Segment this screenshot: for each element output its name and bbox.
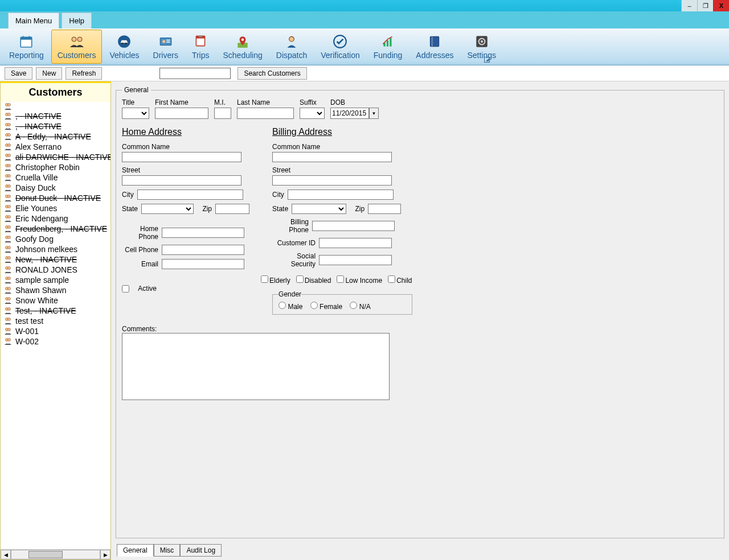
minimize-button[interactable]: – [681, 0, 697, 11]
dob-input[interactable] [330, 108, 369, 119]
customer-icon [4, 245, 12, 253]
list-item[interactable]: Goofy Dog [1, 234, 110, 244]
list-item[interactable]: sample sample [1, 275, 110, 285]
ssn-input[interactable] [319, 255, 392, 265]
lowincome-checkbox-label[interactable]: Low Income [337, 275, 382, 285]
tab-audit-log[interactable]: Audit Log [180, 544, 222, 557]
list-item[interactable]: Elie Younes [1, 203, 110, 213]
search-input[interactable] [159, 68, 231, 79]
list-item[interactable]: A - Eddy, - INACTIVE [1, 131, 110, 142]
billing-phone-input[interactable] [312, 221, 395, 231]
comments-textarea[interactable] [122, 333, 390, 400]
ribbon-drivers[interactable]: Drivers [147, 30, 185, 64]
male-radio-label[interactable]: Male [279, 303, 302, 311]
female-radio[interactable] [310, 302, 318, 309]
maximize-button[interactable]: ❐ [697, 0, 713, 11]
home-street-input[interactable] [122, 175, 241, 186]
people-icon [68, 34, 85, 50]
child-checkbox[interactable] [388, 275, 395, 283]
disabled-checkbox[interactable] [296, 275, 304, 283]
list-item[interactable]: Freudenberg, - INACTIVE [1, 224, 110, 234]
billing-state-select[interactable] [292, 204, 346, 214]
home-phone-input[interactable] [162, 228, 244, 238]
suffix-select[interactable] [300, 108, 325, 119]
na-radio-label[interactable]: N/A [350, 303, 370, 311]
general-fieldset: General Title First Name M.I. Last Name … [116, 86, 724, 538]
disabled-checkbox-label[interactable]: Disabled [296, 275, 331, 285]
dialog-launcher-icon[interactable]: ◢ [484, 57, 490, 63]
list-item[interactable]: RONALD JONES [1, 265, 110, 275]
billing-street-input[interactable] [272, 175, 392, 186]
scroll-left-icon[interactable]: ◀ [1, 550, 11, 559]
home-zip-input[interactable] [215, 204, 249, 214]
svg-rect-24 [432, 36, 433, 46]
scroll-thumb[interactable] [28, 551, 63, 558]
billing-zip-input[interactable] [368, 204, 401, 214]
list-item[interactable]: , - INACTIVE [1, 111, 110, 121]
tab-general[interactable]: General [117, 544, 154, 557]
list-item[interactable]: test test [1, 316, 110, 326]
save-button[interactable]: Save [5, 67, 32, 80]
title-select[interactable] [122, 108, 149, 119]
lowincome-checkbox[interactable] [337, 275, 344, 283]
svg-point-18 [289, 36, 294, 42]
close-button[interactable]: X [713, 0, 729, 11]
male-radio[interactable] [279, 302, 286, 309]
refresh-button[interactable]: Refresh [65, 67, 102, 80]
list-item[interactable]: Test, - INACTIVE [1, 306, 110, 316]
list-item[interactable]: , - INACTIVE [1, 121, 110, 131]
dob-dropdown-button[interactable]: ▼ [369, 108, 379, 119]
list-item[interactable]: ali DARWICHE - INACTIVE [1, 152, 110, 162]
billing-city-input[interactable] [288, 190, 394, 200]
billing-common-name-input[interactable] [272, 152, 392, 162]
female-radio-label[interactable]: Female [310, 303, 342, 311]
active-checkbox[interactable] [122, 285, 129, 293]
scroll-track[interactable] [11, 550, 100, 559]
ribbon-vehicles[interactable]: Vehicles [103, 30, 145, 64]
home-state-select[interactable] [141, 204, 194, 214]
ribbon-customers[interactable]: Customers [51, 30, 103, 64]
list-item[interactable] [1, 102, 110, 111]
scroll-right-icon[interactable]: ▶ [100, 550, 110, 559]
list-item[interactable]: Shawn Shawn [1, 285, 110, 295]
list-item[interactable]: W-002 [1, 336, 110, 347]
list-item[interactable]: Eric Ndengang [1, 213, 110, 224]
last-name-input[interactable] [237, 108, 294, 119]
ribbon-funding[interactable]: Funding [367, 30, 409, 64]
elderly-checkbox[interactable] [261, 275, 268, 283]
home-city-input[interactable] [137, 190, 243, 200]
list-item[interactable]: New, - INACTIVE [1, 254, 110, 265]
list-item[interactable]: Christopher Robin [1, 162, 110, 172]
new-button[interactable]: New [36, 67, 62, 80]
customer-id-input[interactable] [319, 238, 392, 248]
ribbon-reporting[interactable]: Reporting [3, 30, 50, 64]
tab-main-menu[interactable]: Main Menu [8, 13, 59, 28]
elderly-checkbox-label[interactable]: Elderly [261, 275, 290, 285]
ribbon-trips[interactable]: Trips [186, 30, 216, 64]
mi-input[interactable] [214, 108, 231, 119]
list-item[interactable]: Alex Serrano [1, 142, 110, 152]
id-icon [158, 34, 173, 50]
ribbon-dispatch[interactable]: Dispatch [270, 30, 313, 64]
search-customers-button[interactable]: Search Customers [237, 67, 306, 80]
list-item[interactable]: Daisy Duck [1, 183, 110, 193]
ribbon-scheduling[interactable]: Scheduling [216, 30, 268, 64]
email-input[interactable] [162, 259, 244, 269]
ribbon-settings[interactable]: Settings [461, 30, 502, 64]
list-item[interactable]: W-001 [1, 326, 110, 336]
child-checkbox-label[interactable]: Child [388, 275, 412, 285]
customer-name: W-001 [15, 327, 39, 336]
home-common-name-input[interactable] [122, 152, 241, 162]
list-item[interactable]: Johnson melkees [1, 244, 110, 254]
ribbon-verification[interactable]: Verification [314, 30, 366, 64]
tab-misc[interactable]: Misc [154, 544, 181, 557]
list-item[interactable]: Cruella Ville [1, 172, 110, 183]
tab-help[interactable]: Help [62, 13, 92, 28]
ribbon-addresses[interactable]: Addresses [409, 30, 460, 64]
na-radio[interactable] [350, 302, 357, 309]
list-item[interactable]: Donut Duck - INACTIVE [1, 193, 110, 203]
list-item[interactable]: Snow White [1, 295, 110, 306]
cell-phone-input[interactable] [162, 245, 244, 255]
sidebar-horizontal-scrollbar[interactable]: ◀ ▶ [1, 549, 110, 559]
first-name-input[interactable] [155, 108, 208, 119]
